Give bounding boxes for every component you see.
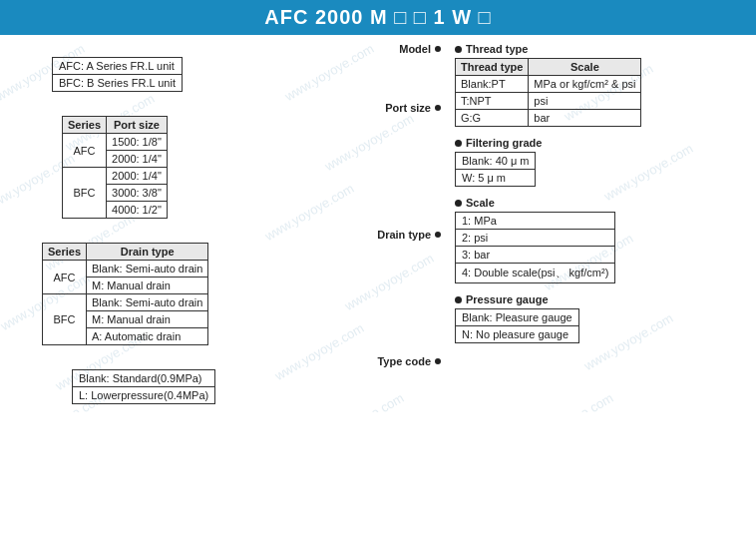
table-row: 3: bar <box>456 247 615 264</box>
drain-col-type: Drain type <box>87 244 208 261</box>
pressure-gauge-table: Blank: Pleasure gauge N: No pleasure gau… <box>455 308 579 343</box>
drain-type-dot <box>435 232 441 238</box>
thread-type-table: Thread type Scale Blank:PT MPa or kgf/cm… <box>455 58 641 127</box>
model-section: Model AFC: A Series FR.L unit BFC: B Ser… <box>12 43 445 92</box>
model-title: Model <box>399 43 431 55</box>
drain-bfc-2: M: Manual drain <box>87 311 208 328</box>
type-code-dot <box>435 358 441 364</box>
table-row: 4: Double scale(psi、 kgf/cm²) <box>456 264 615 283</box>
port-1500: 1500: 1/8" <box>107 134 168 151</box>
drain-type-section: Drain type Series Drain type AFC Blank: … <box>12 229 445 345</box>
scale-bullet <box>455 200 462 207</box>
table-row: 2: psi <box>456 230 615 247</box>
model-table: AFC: A Series FR.L unit BFC: B Series FR… <box>52 57 183 92</box>
model-row-2: BFC: B Series FR.L unit <box>53 75 183 92</box>
table-row: Blank: Standard(0.9MPa) <box>73 370 215 387</box>
port-size-table: Series Port size AFC 1500: 1/8" 2000: 1/… <box>62 116 168 219</box>
drain-afc-2: M: Manual drain <box>87 278 208 294</box>
thread-row3-scale: bar <box>529 110 641 127</box>
filtering-row-2: W: 5 μ m <box>456 170 536 187</box>
scale-section: Scale 1: MPa 2: psi 3: bar 4: Double sca… <box>455 197 744 283</box>
table-row: L: Lowerpressure(0.4MPa) <box>73 387 215 404</box>
col-series: Series <box>63 117 107 134</box>
drain-col-series: Series <box>43 244 87 261</box>
thread-row1-type: Blank:PT <box>456 76 529 93</box>
filtering-row-1: Blank: 40 μ m <box>456 153 536 170</box>
drain-type-title: Drain type <box>377 229 431 241</box>
table-row: Blank: 40 μ m <box>456 153 536 170</box>
table-header-row: Thread type Scale <box>456 59 641 76</box>
table-row: AFC 1500: 1/8" <box>63 134 168 151</box>
scale-row-1: 1: MPa <box>456 213 615 230</box>
port-4000: 4000: 1/2" <box>107 202 168 219</box>
table-row: BFC 2000: 1/4" <box>63 168 168 185</box>
filtering-grade-section: Filtering grade Blank: 40 μ m W: 5 μ m <box>455 137 744 187</box>
port-size-section: Port size Series Port size AFC 1500: 1/8… <box>12 102 445 219</box>
type-code-section: Type code Blank: Standard(0.9MPa) L: Low… <box>12 355 445 404</box>
thread-type-section: Thread type Thread type Scale Blank:PT M… <box>455 43 744 127</box>
drain-bfc-1: Blank: Semi-auto drain <box>87 294 208 311</box>
table-row: W: 5 μ m <box>456 170 536 187</box>
header: AFC 2000 M □ □ 1 W □ <box>0 0 756 35</box>
header-title: AFC 2000 M □ □ 1 W □ <box>264 6 491 28</box>
drain-type-table: Series Drain type AFC Blank: Semi-auto d… <box>42 243 208 345</box>
scale-table: 1: MPa 2: psi 3: bar 4: Double scale(psi… <box>455 212 615 283</box>
pressure-gauge-title: Pressure gauge <box>466 293 549 305</box>
drain-bfc-3: A: Automatic drain <box>87 328 208 345</box>
thread-type-title: Thread type <box>466 43 528 55</box>
scale-title: Scale <box>466 197 495 209</box>
port-3000: 3000: 3/8" <box>107 185 168 202</box>
drain-afc-cell: AFC <box>43 261 87 294</box>
table-row: Blank:PT MPa or kgf/cm² & psi <box>456 76 641 93</box>
port-size-title: Port size <box>385 102 431 114</box>
table-header-row: Series Drain type <box>43 244 208 261</box>
table-row: Blank: Pleasure gauge <box>456 309 579 326</box>
type-code-table: Blank: Standard(0.9MPa) L: Lowerpressure… <box>72 369 215 404</box>
thread-col-scale: Scale <box>529 59 641 76</box>
afc-cell: AFC <box>63 134 107 168</box>
table-row: G:G bar <box>456 110 641 127</box>
thread-row1-scale: MPa or kgf/cm² & psi <box>529 76 641 93</box>
model-row-1: AFC: A Series FR.L unit <box>53 58 183 75</box>
table-row: 1: MPa <box>456 213 615 230</box>
pressure-row-1: Blank: Pleasure gauge <box>456 309 579 326</box>
table-row: BFC: B Series FR.L unit <box>53 75 183 92</box>
thread-row2-scale: psi <box>529 93 641 110</box>
port-2000-afc: 2000: 1/4" <box>107 151 168 168</box>
drain-afc-1: Blank: Semi-auto drain <box>87 261 208 278</box>
scale-row-4: 4: Double scale(psi、 kgf/cm²) <box>456 264 615 283</box>
type-code-title: Type code <box>377 355 431 367</box>
table-row: N: No pleasure gauge <box>456 326 579 343</box>
table-row: T:NPT psi <box>456 93 641 110</box>
table-header-row: Series Port size <box>63 117 168 134</box>
filtering-grade-table: Blank: 40 μ m W: 5 μ m <box>455 152 536 187</box>
filtering-grade-bullet <box>455 140 462 147</box>
thread-row2-type: T:NPT <box>456 93 529 110</box>
thread-col-type: Thread type <box>456 59 529 76</box>
pressure-gauge-bullet <box>455 296 462 303</box>
port-size-dot <box>435 105 441 111</box>
bfc-cell: BFC <box>63 168 107 219</box>
drain-bfc-cell: BFC <box>43 294 87 345</box>
col-port-size: Port size <box>107 117 168 134</box>
table-row: AFC: A Series FR.L unit <box>53 58 183 75</box>
thread-row3-type: G:G <box>456 110 529 127</box>
type-code-1: Blank: Standard(0.9MPa) <box>73 370 215 387</box>
table-row: AFC Blank: Semi-auto drain <box>43 261 208 278</box>
table-row: BFC Blank: Semi-auto drain <box>43 294 208 311</box>
scale-row-2: 2: psi <box>456 230 615 247</box>
pressure-gauge-section: Pressure gauge Blank: Pleasure gauge N: … <box>455 293 744 343</box>
thread-type-bullet <box>455 46 462 53</box>
port-2000-bfc: 2000: 1/4" <box>107 168 168 185</box>
type-code-2: L: Lowerpressure(0.4MPa) <box>73 387 215 404</box>
scale-row-3: 3: bar <box>456 247 615 264</box>
model-dot <box>435 46 441 52</box>
filtering-grade-title: Filtering grade <box>466 137 542 149</box>
pressure-row-2: N: No pleasure gauge <box>456 326 579 343</box>
